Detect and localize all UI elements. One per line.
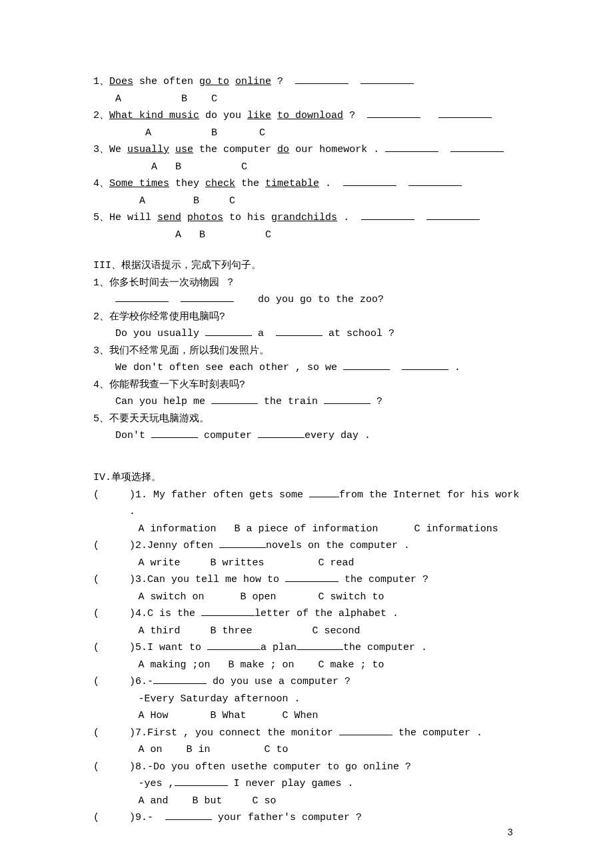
s3-q4-en: Can you help me the train ? [93, 393, 520, 411]
s4-q6-line2: -Every Saturday afternoon . [93, 691, 520, 708]
answer-blank[interactable] [367, 107, 420, 118]
answer-blank[interactable] [343, 175, 396, 186]
abc-labels: A B C [93, 91, 520, 108]
stem-blank [339, 725, 392, 735]
answer-blank[interactable] [361, 209, 414, 220]
num: 3、 [93, 144, 109, 155]
s3-q3-en: We don't often see each other , so we . [93, 359, 520, 377]
s3-q2-en: Do you usually a at school ? [93, 325, 520, 343]
answer-blank[interactable] [205, 325, 252, 336]
s4-q8-line2: -yes , I never play games . [93, 775, 520, 793]
stem-blank [285, 571, 338, 582]
answer-slot[interactable] [99, 639, 129, 657]
s4-q1-opts: A information B a piece of information C… [93, 521, 520, 538]
stem-blank [153, 673, 207, 684]
s2-q4: 4、Some times they check the timetable . [93, 175, 520, 193]
s4-q6: ( )6.- do you use a computer ? [93, 673, 520, 691]
answer-blank[interactable] [258, 427, 305, 438]
answer-slot[interactable] [99, 809, 129, 827]
num: 1、 [93, 76, 109, 87]
section-4-title: IV.单项选择。 [93, 469, 520, 487]
section-4: IV.单项选择。 ( )1. My father often gets some… [93, 469, 520, 827]
s3-q2: 2、在学校你经常使用电脑吗? [93, 309, 520, 326]
section-3-title: III、根据汉语提示，完成下列句子。 [93, 257, 520, 275]
part-b: use [175, 144, 193, 155]
section-3: III、根据汉语提示，完成下列句子。 1、你多长时间去一次动物园 ？ do yo… [93, 257, 520, 445]
stem-blank [297, 639, 343, 650]
stem-blank [175, 775, 228, 786]
stem-blank [219, 537, 266, 548]
abc-labels: A B C [93, 125, 520, 142]
answer-slot[interactable] [99, 487, 129, 521]
part-b: photos [187, 212, 223, 223]
answer-slot[interactable] [99, 673, 129, 691]
part-a: Does [109, 76, 133, 87]
answer-blank[interactable] [402, 359, 448, 370]
s4-q5: ( )5.I want to a planthe computer . [93, 639, 520, 657]
part-a: usually [127, 144, 169, 155]
answer-blank[interactable] [450, 141, 504, 152]
num: 2、 [93, 110, 109, 121]
part-c: timetable [265, 178, 319, 189]
s3-q5-en: Don't computer every day . [93, 427, 520, 445]
abc-labels: A B C [93, 193, 520, 210]
part-b: check [205, 178, 235, 189]
s4-q7: ( )7.First , you connect the monitor the… [93, 725, 520, 742]
answer-slot[interactable] [99, 759, 129, 776]
s4-q8: ( )8.-Do you often usethe computer to go… [93, 759, 520, 776]
s4-q6-opts: A How B What C When [93, 707, 520, 725]
part-c: grandchilds [271, 212, 337, 223]
s4-q3: ( )3.Can you tell me how to the computer… [93, 571, 520, 589]
s4-q2-opts: A write B writtes C read [93, 555, 520, 572]
page-number: 3 [508, 825, 513, 841]
answer-blank[interactable] [426, 209, 480, 220]
answer-blank[interactable] [181, 291, 234, 302]
s3-q1: 1、你多长时间去一次动物园 ？ [93, 275, 520, 292]
part-c: online [235, 76, 271, 87]
answer-blank[interactable] [115, 291, 169, 302]
s4-q4-opts: A third B three C second [93, 623, 520, 640]
stem-blank [309, 487, 339, 497]
answer-slot[interactable] [99, 605, 129, 623]
answer-slot[interactable] [99, 537, 129, 555]
part-b: go to [199, 76, 229, 87]
answer-blank[interactable] [276, 325, 322, 336]
s2-q5: 5、He will send photos to his grandchilds… [93, 209, 520, 227]
s4-q7-opts: A on B in C to [93, 741, 520, 759]
s4-q2: ( )2.Jenny often novels on the computer … [93, 537, 520, 555]
s4-q9: ( )9.- your father's computer ? [93, 809, 520, 827]
answer-blank[interactable] [324, 393, 370, 404]
s2-q2: 2、What kind music do you like to downloa… [93, 107, 520, 125]
s2-q3: 3、We usually use the computer do our hom… [93, 141, 520, 159]
part-a: send [157, 212, 181, 223]
s3-q3: 3、我们不经常见面，所以我们发照片。 [93, 343, 520, 360]
part-c: do [277, 144, 289, 155]
section-2: 1、Does she often go to online ? A B C 2、… [93, 73, 520, 243]
stem-blank [165, 809, 212, 820]
num: 4、 [93, 178, 109, 189]
part-a: What kind music [109, 110, 199, 121]
answer-blank[interactable] [211, 393, 258, 404]
worksheet-page: 1、Does she often go to online ? A B C 2、… [0, 0, 613, 868]
answer-blank[interactable] [408, 175, 462, 186]
answer-blank[interactable] [151, 427, 198, 438]
stem-blank [201, 605, 255, 616]
answer-blank[interactable] [438, 107, 492, 118]
s3-q1-en: do you go to the zoo? [93, 291, 520, 309]
part-b: like [247, 110, 271, 121]
answer-slot[interactable] [99, 571, 129, 589]
s3-q4: 4、你能帮我查一下火车时刻表吗? [93, 377, 520, 394]
s3-q5: 5、不要天天玩电脑游戏。 [93, 411, 520, 428]
s4-q8-opts: A and B but C so [93, 793, 520, 810]
stem-blank [207, 639, 261, 650]
abc-labels: A B C [93, 159, 520, 176]
num: 5、 [93, 212, 109, 223]
answer-blank[interactable] [295, 73, 348, 84]
answer-blank[interactable] [360, 73, 414, 84]
part-a: Some times [109, 178, 169, 189]
s4-q3-opts: A switch on B open C switch to [93, 589, 520, 606]
answer-blank[interactable] [385, 141, 438, 152]
s4-q5-opts: A making ;on B make ; on C make ; to [93, 657, 520, 674]
answer-slot[interactable] [99, 725, 129, 742]
answer-blank[interactable] [343, 359, 390, 370]
